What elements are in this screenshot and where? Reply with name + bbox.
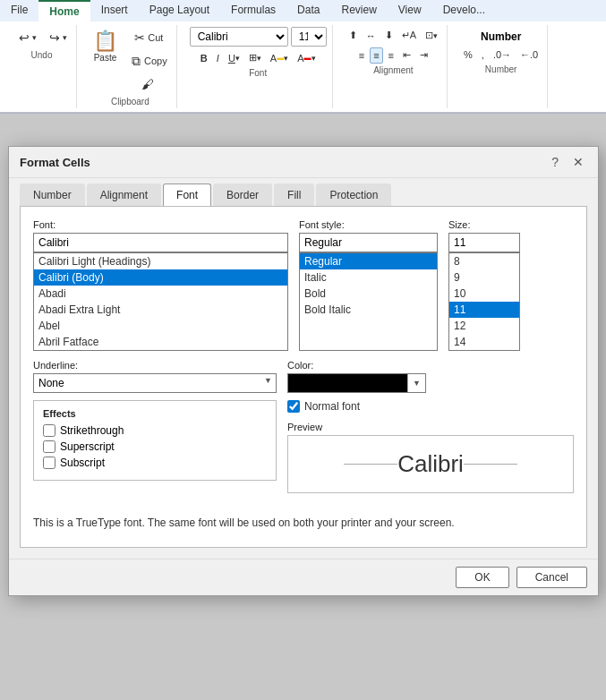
font-group-label: Font bbox=[249, 68, 267, 78]
decrease-decimal-button[interactable]: ←.0 bbox=[516, 47, 542, 63]
percent-button[interactable]: % bbox=[460, 47, 476, 63]
ribbon-group-clipboard: 📋 Paste ✂ Cut ⧉ Copy 🖌 Clipboard bbox=[84, 25, 177, 108]
alignment-group-label: Alignment bbox=[373, 65, 413, 75]
ribbon-group-alignment: ⬆ ↔ ⬇ ↵A ⊡▾ ≡ ≡ ≡ ⇤ ⇥ Alignment bbox=[340, 25, 448, 108]
merge-button[interactable]: ⊡▾ bbox=[422, 27, 441, 44]
number-format-label: Number bbox=[477, 27, 525, 47]
bold-button[interactable]: B bbox=[197, 50, 211, 66]
paste-button[interactable]: 📋 Paste bbox=[90, 27, 121, 65]
ribbon-group-undo: ↩▾ ↪▾ Undo bbox=[7, 25, 77, 108]
clipboard-group-label: Clipboard bbox=[111, 97, 149, 107]
cut-button[interactable]: ✂ Cut bbox=[124, 27, 171, 48]
font-name-select[interactable]: Calibri bbox=[190, 27, 288, 47]
italic-button[interactable]: I bbox=[213, 50, 223, 66]
tab-insert[interactable]: Insert bbox=[90, 0, 139, 21]
tab-file[interactable]: File bbox=[0, 0, 38, 21]
ribbon: File Home Insert Page Layout Formulas Da… bbox=[0, 0, 606, 114]
tab-review[interactable]: Review bbox=[330, 0, 387, 21]
align-bottom-button[interactable]: ⬇ bbox=[381, 27, 397, 44]
comma-button[interactable]: , bbox=[478, 47, 488, 63]
redo-button[interactable]: ↪▾ bbox=[43, 27, 71, 48]
align-middle-button[interactable]: ↔ bbox=[363, 28, 380, 44]
ribbon-body: ↩▾ ↪▾ Undo 📋 Paste ✂ Cut ⧉ Copy 🖌 bbox=[0, 21, 606, 113]
align-right-button[interactable]: ≡ bbox=[385, 47, 397, 64]
ribbon-tab-bar: File Home Insert Page Layout Formulas Da… bbox=[0, 0, 606, 21]
font-color-button[interactable]: A▬▾ bbox=[294, 50, 319, 66]
align-top-button[interactable]: ⬆ bbox=[346, 27, 361, 44]
ribbon-group-font: Calibri 11 B I U▾ ⊞▾ A▬▾ A▬▾ Font bbox=[184, 25, 333, 108]
increase-decimal-button[interactable]: .0→ bbox=[490, 47, 515, 63]
copy-button[interactable]: ⧉ Copy bbox=[124, 50, 171, 72]
border-button[interactable]: ⊞▾ bbox=[245, 49, 265, 66]
tab-page-layout[interactable]: Page Layout bbox=[139, 0, 220, 21]
increase-indent-button[interactable]: ⇥ bbox=[416, 47, 431, 64]
highlight-button[interactable]: A▬▾ bbox=[267, 50, 292, 66]
underline-button[interactable]: U▾ bbox=[225, 50, 243, 66]
number-group-label: Number bbox=[485, 64, 517, 74]
undo-button[interactable]: ↩▾ bbox=[13, 27, 40, 48]
ribbon-group-number: Number % , .0→ ←.0 Number bbox=[455, 25, 548, 108]
tab-formulas[interactable]: Formulas bbox=[220, 0, 286, 21]
decrease-indent-button[interactable]: ⇤ bbox=[399, 47, 414, 64]
align-left-button[interactable]: ≡ bbox=[355, 47, 368, 64]
tab-developer[interactable]: Develo... bbox=[432, 0, 496, 21]
wrap-text-button[interactable]: ↵A bbox=[398, 27, 420, 44]
tab-data[interactable]: Data bbox=[286, 0, 330, 21]
tab-home[interactable]: Home bbox=[38, 0, 90, 21]
format-painter-button[interactable]: 🖌 bbox=[124, 73, 171, 95]
font-size-select[interactable]: 11 bbox=[291, 27, 327, 47]
tab-view[interactable]: View bbox=[388, 0, 432, 21]
undo-group-label: Undo bbox=[31, 50, 53, 60]
align-center-button[interactable]: ≡ bbox=[370, 47, 382, 64]
